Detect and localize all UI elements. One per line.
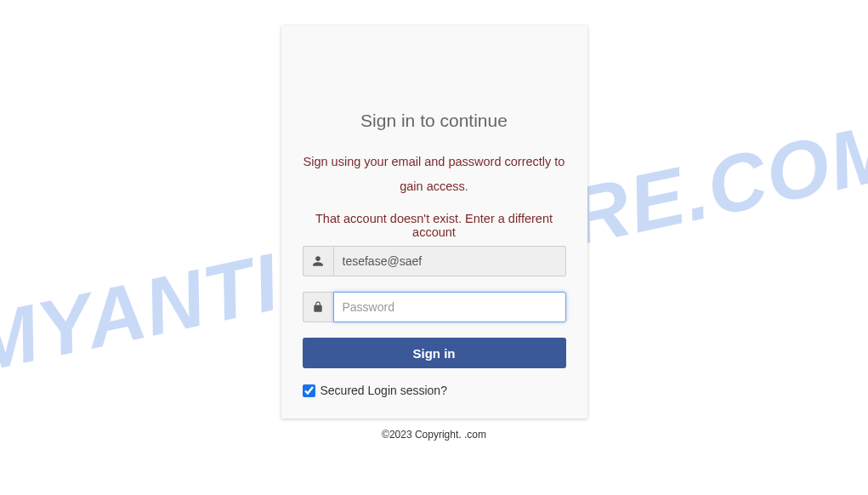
copyright-text: ©2023 Copyright. .com [0,429,868,441]
login-card: Sign in to continue Sign using your emai… [281,26,587,418]
password-input-group [303,292,566,322]
instruction-text: Sign using your email and password corre… [303,150,566,199]
secured-session-row: Secured Login session? [303,384,566,397]
error-message: That account doesn't exist. Enter a diff… [303,212,566,239]
secured-session-checkbox[interactable] [303,384,315,397]
signin-button[interactable]: Sign in [303,338,566,368]
lock-icon [303,292,333,322]
email-input-group [303,246,566,276]
email-field[interactable] [333,246,566,276]
secured-session-label: Secured Login session? [321,384,447,397]
user-icon [303,246,333,276]
page-title: Sign in to continue [303,111,566,131]
password-field[interactable] [333,292,566,322]
